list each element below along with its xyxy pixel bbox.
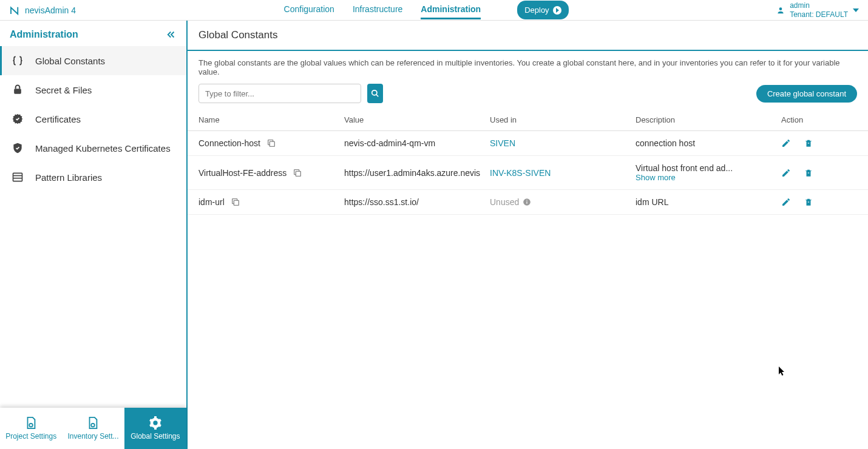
deploy-button[interactable]: Deploy (517, 1, 568, 19)
sidebar-item-secret-files[interactable]: Secret & Files (0, 75, 186, 104)
sidebar-nav: Global Constants Secret & Files Certific… (0, 46, 186, 408)
top-nav: Configuration Infrastructure Administrat… (76, 1, 776, 19)
sidebar-title: Administration (10, 29, 78, 40)
sidebar-item-certificates[interactable]: Certificates (0, 104, 186, 133)
svg-rect-9 (270, 141, 274, 146)
shield-check-icon (11, 142, 24, 154)
svg-rect-1 (14, 89, 21, 93)
deploy-label: Deploy (524, 5, 549, 15)
sidebar-item-global-constants[interactable]: Global Constants (0, 46, 186, 75)
sidebar-item-pattern-libraries[interactable]: Pattern Libraries (0, 163, 186, 192)
brand[interactable]: nevisAdmin 4 (9, 5, 76, 16)
delete-icon[interactable] (804, 197, 813, 207)
page-title: Global Constants (188, 21, 868, 51)
nav-administration[interactable]: Administration (421, 1, 481, 19)
filter-input[interactable] (198, 84, 361, 103)
constants-table: Name Value Used in Description Action Co… (188, 109, 868, 215)
copy-icon[interactable] (231, 197, 240, 207)
page-description: The global constants are the global valu… (188, 51, 868, 84)
bottom-tabs: Project Settings Inventory Sett... Globa… (0, 408, 186, 449)
lock-icon (11, 84, 24, 96)
svg-point-16 (527, 200, 528, 201)
table-row: Connection-host nevis-cd-admin4-qm-vm SI… (188, 131, 868, 156)
collapse-icon[interactable] (166, 29, 177, 40)
table-header: Name Value Used in Description Action (188, 109, 868, 131)
delete-icon[interactable] (804, 168, 813, 178)
top-header: nevisAdmin 4 Configuration Infrastructur… (0, 0, 868, 21)
delete-icon[interactable] (804, 138, 813, 148)
svg-rect-2 (13, 173, 22, 181)
tab-inventory-settings[interactable]: Inventory Sett... (62, 408, 124, 449)
used-in-link[interactable]: SIVEN (490, 138, 515, 148)
used-in-unused: Unused (490, 197, 636, 207)
user-tenant: Tenant: DEFAULT (790, 10, 848, 19)
table-row: VirtualHost-FE-address https://user1.adm… (188, 156, 868, 190)
row-description: Virtual host front end ad... (636, 163, 733, 173)
sidebar-item-label: Certificates (35, 114, 81, 124)
edit-icon[interactable] (781, 138, 791, 148)
row-name: VirtualHost-FE-address (198, 168, 287, 178)
show-more-link[interactable]: Show more (636, 173, 781, 182)
nav-configuration[interactable]: Configuration (284, 1, 334, 19)
edit-icon[interactable] (781, 197, 791, 207)
col-header-used: Used in (490, 115, 636, 124)
file-gear-icon (86, 416, 100, 430)
file-gear-icon (24, 416, 38, 430)
row-name: idm-url (198, 197, 225, 207)
tab-label: Inventory Sett... (67, 432, 118, 441)
gear-icon (149, 416, 162, 430)
sidebar-item-managed-k8s-certs[interactable]: Managed Kubernetes Certificates (0, 133, 186, 163)
used-in-link[interactable]: INV-K8S-SIVEN (490, 168, 551, 178)
svg-rect-15 (527, 201, 527, 204)
tab-label: Project Settings (5, 432, 56, 441)
svg-rect-12 (808, 172, 809, 173)
info-icon[interactable] (523, 198, 531, 206)
edit-icon[interactable] (781, 168, 791, 178)
svg-line-8 (376, 95, 379, 97)
col-header-action: Action (781, 115, 857, 124)
user-info: admin Tenant: DEFAULT (790, 1, 848, 19)
main-content: Global Constants The global constants ar… (188, 21, 868, 449)
braces-icon (11, 55, 24, 67)
sidebar-item-label: Global Constants (35, 56, 105, 66)
svg-point-7 (372, 90, 377, 95)
svg-point-0 (779, 7, 782, 10)
row-name: Connection-host (198, 138, 260, 148)
library-icon (11, 171, 24, 183)
row-value: nevis-cd-admin4-qm-vm (344, 138, 490, 148)
sidebar-header: Administration (0, 21, 186, 46)
certificate-icon (11, 113, 24, 125)
svg-rect-13 (234, 200, 239, 205)
filter-row: Create global constant (188, 84, 868, 109)
create-global-constant-button[interactable]: Create global constant (756, 85, 857, 103)
brand-label: nevisAdmin 4 (25, 5, 76, 15)
svg-point-6 (92, 424, 95, 427)
row-value: https://sso.ss1.st.io/ (344, 197, 490, 207)
row-value: https://user1.admin4aks.azure.nevis (344, 168, 490, 178)
user-name: admin (790, 1, 848, 10)
tab-project-settings[interactable]: Project Settings (0, 408, 62, 449)
search-button[interactable] (367, 84, 383, 103)
svg-rect-17 (808, 201, 809, 202)
table-row: idm-url https://sso.ss1.st.io/ Unused id… (188, 190, 868, 215)
play-icon (553, 6, 561, 15)
svg-point-5 (29, 424, 33, 427)
sidebar-item-label: Managed Kubernetes Certificates (35, 143, 171, 154)
sidebar: Administration Global Constants Secret &… (0, 21, 188, 449)
search-icon (371, 89, 379, 98)
sidebar-item-label: Pattern Libraries (35, 172, 102, 183)
sidebar-item-label: Secret & Files (35, 85, 92, 95)
col-header-value: Value (344, 115, 490, 124)
col-header-name: Name (198, 115, 344, 124)
copy-icon[interactable] (293, 168, 302, 178)
svg-rect-10 (808, 143, 809, 143)
copy-icon[interactable] (266, 138, 276, 148)
tab-global-settings[interactable]: Global Settings (124, 408, 186, 449)
col-header-desc: Description (636, 115, 781, 124)
chevron-down-icon (853, 8, 859, 12)
user-menu[interactable]: admin Tenant: DEFAULT (776, 1, 859, 19)
row-description: idm URL (636, 197, 668, 207)
brand-icon (9, 5, 20, 16)
nav-infrastructure[interactable]: Infrastructure (353, 1, 402, 19)
user-icon (776, 6, 785, 15)
